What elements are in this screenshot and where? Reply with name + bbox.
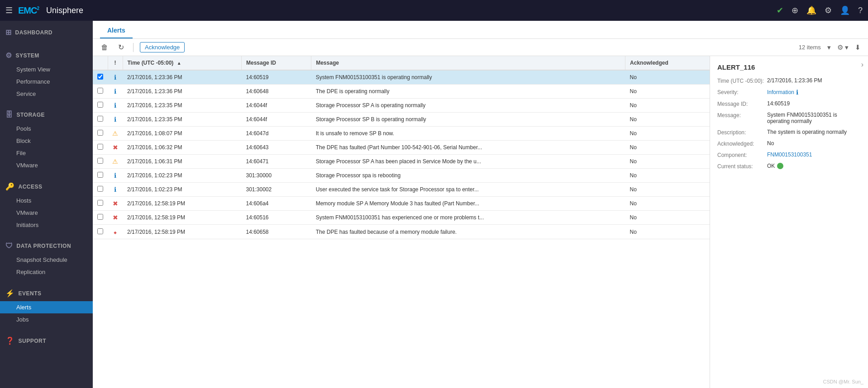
watermark: CSDN @Mr. Sun_	[823, 379, 863, 384]
tab-alerts[interactable]: Alerts	[100, 23, 133, 38]
support-icon: ❓	[5, 336, 15, 345]
sidebar: ⊞ DASHBOARD ⚙ SYSTEM System View Perform…	[0, 21, 93, 388]
col-message[interactable]: Message	[311, 56, 625, 70]
sidebar-item-hosts[interactable]: Hosts	[0, 194, 93, 207]
row-checkbox[interactable]	[93, 113, 108, 127]
table-row[interactable]: ⚠2/17/2016, 1:06:31 PM14:60471Storage Pr…	[93, 155, 710, 169]
row-checkbox[interactable]	[93, 141, 108, 155]
export-button[interactable]: ⬇	[853, 43, 863, 52]
column-settings-button[interactable]: ⚙ ▾	[835, 43, 850, 52]
content-area: Alerts 🗑 ↻ Acknowledge 12 items ▾ ⚙ ▾ ⬇	[93, 21, 868, 388]
sidebar-header-storage[interactable]: 🗄 STORAGE	[0, 107, 93, 123]
error-icon: ✖	[113, 200, 118, 207]
help-circle-icon[interactable]: ⊕	[792, 5, 798, 15]
sidebar-item-jobs[interactable]: Jobs	[0, 313, 93, 326]
row-checkbox[interactable]	[93, 183, 108, 197]
user-icon[interactable]: 👤	[840, 5, 850, 15]
row-severity: ℹ	[108, 70, 123, 85]
row-severity: ✖	[108, 141, 123, 155]
row-checkbox[interactable]	[93, 225, 108, 239]
row-checkbox[interactable]	[93, 169, 108, 183]
row-checkbox[interactable]	[93, 197, 108, 211]
sidebar-section-support: ❓ SUPPORT	[0, 329, 93, 352]
filter-button[interactable]: ▾	[825, 43, 833, 52]
table-row[interactable]: ℹ2/17/2016, 1:23:35 PM14:6044fStorage Pr…	[93, 99, 710, 113]
delete-button[interactable]: 🗑	[98, 42, 111, 53]
table-row[interactable]: ⚠2/17/2016, 1:08:07 PM14:6047dIt is unsa…	[93, 127, 710, 141]
sidebar-item-alerts[interactable]: Alerts	[0, 301, 93, 313]
error-icon: ✖	[113, 214, 118, 221]
table-row[interactable]: ℹ2/17/2016, 1:02:23 PM301:30002User exec…	[93, 183, 710, 197]
col-severity: !	[108, 56, 123, 70]
system-icon: ⚙	[5, 51, 12, 60]
row-severity: ℹ	[108, 113, 123, 127]
row-message-id: 301:30002	[241, 183, 311, 197]
sidebar-item-snapshot-schedule[interactable]: Snapshot Schedule	[0, 254, 93, 266]
sidebar-item-initiators[interactable]: Initiators	[0, 219, 93, 231]
sidebar-item-vmware-access[interactable]: VMware	[0, 207, 93, 219]
sidebar-item-vmware-storage[interactable]: VMware	[0, 159, 93, 171]
row-checkbox[interactable]	[93, 127, 108, 141]
row-checkbox[interactable]	[93, 155, 108, 169]
detail-row-current-status: Current status: OK	[717, 163, 861, 170]
row-severity: ℹ	[108, 99, 123, 113]
sidebar-item-service[interactable]: Service	[0, 88, 93, 100]
sidebar-item-block[interactable]: Block	[0, 135, 93, 147]
sidebar-item-system-view[interactable]: System View	[0, 63, 93, 76]
col-time[interactable]: Time (UTC -05:00) ▲	[123, 56, 241, 70]
table-row[interactable]: ℹ2/17/2016, 1:23:35 PM14:6044fStorage Pr…	[93, 113, 710, 127]
sidebar-section-label-data-protection: DATA PROTECTION	[17, 243, 72, 249]
row-time: 2/17/2016, 1:23:35 PM	[123, 99, 241, 113]
detail-value-component[interactable]: FNM00153100351	[767, 151, 861, 158]
table-row[interactable]: ℹ2/17/2016, 1:23:36 PM14:60519System FNM…	[93, 70, 710, 85]
table-row[interactable]: ✖2/17/2016, 1:06:32 PM14:60643The DPE ha…	[93, 141, 710, 155]
settings-icon[interactable]: ⚙	[825, 5, 832, 15]
sidebar-header-dashboard[interactable]: ⊞ DASHBOARD	[0, 24, 93, 40]
sidebar-header-data-protection[interactable]: 🛡 DATA PROTECTION	[0, 238, 93, 254]
row-severity: ✖	[108, 211, 123, 225]
sidebar-item-replication[interactable]: Replication	[0, 266, 93, 278]
row-time: 2/17/2016, 12:58:19 PM	[123, 211, 241, 225]
sidebar-item-pools[interactable]: Pools	[0, 123, 93, 135]
sidebar-header-support[interactable]: ❓ SUPPORT	[0, 333, 93, 349]
row-severity: ℹ	[108, 85, 123, 99]
col-message-id[interactable]: Message ID	[241, 56, 311, 70]
row-checkbox[interactable]	[93, 211, 108, 225]
row-message: It is unsafe to remove SP B now.	[311, 127, 625, 141]
table-row[interactable]: ✖2/17/2016, 12:58:19 PM14:606a4Memory mo…	[93, 197, 710, 211]
status-ok-icon	[777, 163, 783, 169]
sidebar-item-file[interactable]: File	[0, 147, 93, 159]
table-row[interactable]: ⬥2/17/2016, 12:58:19 PM14:60658The DPE h…	[93, 225, 710, 239]
row-acknowledged: No	[625, 169, 710, 183]
menu-icon[interactable]: ☰	[5, 5, 13, 15]
detail-label-current-status: Current status:	[717, 163, 767, 170]
row-severity: ℹ	[108, 169, 123, 183]
table-row[interactable]: ℹ2/17/2016, 1:02:23 PM301:30000Storage P…	[93, 169, 710, 183]
col-acknowledged[interactable]: Acknowledged	[625, 56, 710, 70]
sidebar-header-access[interactable]: 🔑 ACCESS	[0, 179, 93, 194]
notifications-icon[interactable]: 🔔	[806, 5, 816, 15]
question-icon[interactable]: ?	[858, 6, 863, 15]
row-message: Storage Processor SP A has been placed i…	[311, 155, 625, 169]
table-row[interactable]: ✖2/17/2016, 12:58:19 PM14:60516System FN…	[93, 211, 710, 225]
table-row[interactable]: ℹ2/17/2016, 1:23:36 PM14:60648The DPE is…	[93, 85, 710, 99]
row-time: 2/17/2016, 1:06:32 PM	[123, 141, 241, 155]
sidebar-header-events[interactable]: ⚡ EVENTS	[0, 285, 93, 301]
detail-row-severity: Severity: Information ℹ	[717, 89, 861, 96]
sidebar-section-dashboard: ⊞ DASHBOARD	[0, 21, 93, 44]
row-severity: ✖	[108, 197, 123, 211]
row-message: The DPE has faulted (Part Number 100-542…	[311, 141, 625, 155]
sidebar-header-system[interactable]: ⚙ SYSTEM	[0, 47, 93, 63]
row-severity: ⚠	[108, 127, 123, 141]
row-checkbox[interactable]	[93, 99, 108, 113]
row-checkbox[interactable]	[93, 70, 108, 85]
detail-label-severity: Severity:	[717, 89, 767, 95]
detail-row-acknowledged: Acknowledged: No	[717, 140, 861, 147]
sidebar-item-performance[interactable]: Performance	[0, 76, 93, 88]
status-icon: ✔	[777, 5, 783, 15]
detail-close-button[interactable]: ›	[861, 61, 863, 69]
refresh-button[interactable]: ↻	[115, 42, 127, 53]
row-checkbox[interactable]	[93, 85, 108, 99]
acknowledge-button[interactable]: Acknowledge	[140, 42, 185, 52]
error-icon: ✖	[113, 144, 118, 151]
